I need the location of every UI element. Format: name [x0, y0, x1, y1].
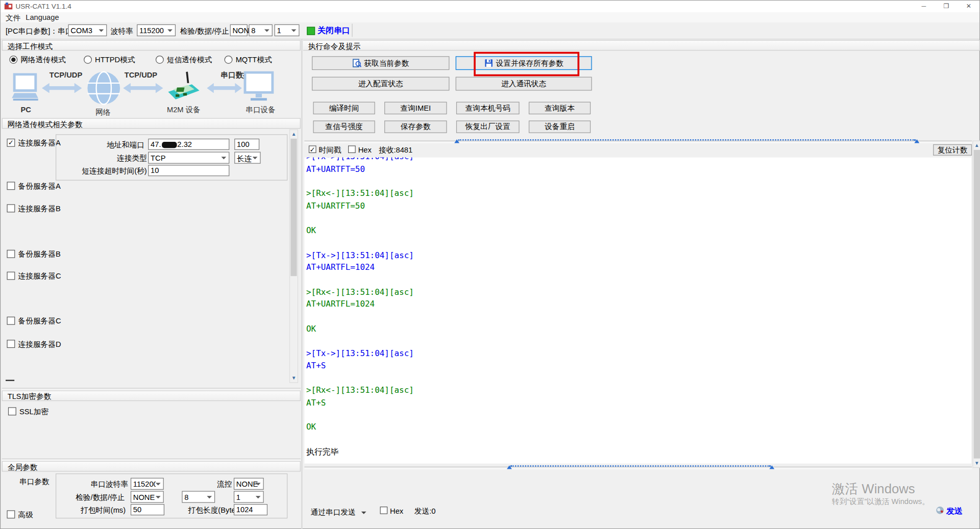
log-area[interactable]: >[Tx->][13:51:04][asc]AT+UARTFT=50 >[Rx<…: [304, 158, 971, 464]
log-line: AT+S: [306, 360, 971, 372]
g-flow-label: 流控: [217, 480, 232, 488]
top-trackbar[interactable]: [304, 139, 972, 144]
activate-windows-text: 激活 Windows: [832, 481, 915, 498]
scroll-up-icon[interactable]: ▲: [973, 141, 980, 149]
close-button[interactable]: ✕: [960, 1, 978, 12]
checkbox-backupC[interactable]: [7, 317, 15, 325]
reset-count-button[interactable]: 复位计数: [933, 144, 972, 156]
checkbox-ssl-label[interactable]: SSL加密: [19, 407, 48, 416]
serial-device-icon: [243, 71, 274, 103]
radio-httpd-label[interactable]: HTTPD模式: [95, 56, 135, 64]
checkbox-backupC-label[interactable]: 备份服务器C: [18, 317, 61, 325]
checkbox-backupB[interactable]: [7, 250, 15, 258]
scroll-up-icon[interactable]: ▲: [290, 130, 298, 138]
close-port-button[interactable]: 关闭串口: [317, 26, 350, 35]
g-baud-select[interactable]: 115200: [131, 478, 164, 490]
params-scrollbar[interactable]: ▲ ▼: [289, 129, 298, 383]
menu-language[interactable]: Language: [26, 13, 59, 22]
g-parity-select[interactable]: NONE: [131, 491, 164, 502]
set-save-params-button[interactable]: 设置并保存所有参数: [456, 56, 592, 70]
query-version-button[interactable]: 查询版本: [529, 102, 591, 114]
timeout-input[interactable]: 10: [148, 165, 229, 176]
checkbox-serverD[interactable]: [7, 340, 15, 348]
g-packtime-input[interactable]: 50: [131, 504, 164, 515]
net-label: 网络: [95, 108, 110, 117]
keepalive-select[interactable]: 长连: [234, 152, 260, 164]
track-line: [304, 141, 972, 143]
radio-httpd[interactable]: [84, 56, 92, 64]
log-line: [306, 212, 971, 224]
maximize-button[interactable]: ❐: [937, 1, 956, 12]
checkbox-serverB-label[interactable]: 连接服务器B: [18, 204, 61, 213]
tx-hex-label[interactable]: Hex: [390, 507, 403, 515]
checkbox-serverC-label[interactable]: 连接服务器C: [18, 272, 61, 281]
track-handle-right[interactable]: [769, 465, 774, 469]
radio-mqtt-label[interactable]: MQTT模式: [236, 56, 272, 64]
g-stopbits-select[interactable]: 1: [234, 491, 264, 502]
send-button[interactable]: 发送: [946, 507, 963, 515]
g-flow-select[interactable]: NONE: [234, 478, 264, 490]
radio-sms[interactable]: [156, 56, 164, 64]
minimize-button[interactable]: ─: [914, 1, 933, 12]
address-input[interactable]: 47.2.32: [148, 139, 229, 150]
radio-mqtt[interactable]: [225, 56, 233, 64]
save-params-button[interactable]: 保存参数: [384, 120, 447, 133]
rx-hex-label[interactable]: Hex: [358, 145, 372, 154]
checkbox-serverD-label[interactable]: 连接服务器D: [18, 340, 61, 348]
checkbox-backupA[interactable]: [7, 182, 15, 190]
checkbox-advanced-label[interactable]: 高级: [18, 510, 33, 519]
scroll-thumb[interactable]: [290, 139, 297, 276]
timestamp-label[interactable]: 时间戳: [318, 145, 341, 154]
checkbox-serverA[interactable]: ✓: [7, 139, 15, 147]
stopbits-select[interactable]: 1: [275, 24, 300, 36]
g-packlen-input[interactable]: 1024: [234, 504, 267, 515]
checkbox-timestamp[interactable]: ✓: [309, 145, 316, 153]
app-window: USR-CAT1 V1.1.4 ─ ❐ ✕ 文件 Language [PC串口参…: [0, 0, 980, 529]
radio-net-transparent[interactable]: [9, 56, 17, 64]
query-imei-button[interactable]: 查询IMEI: [384, 102, 447, 114]
baud-label: 波特率: [111, 27, 133, 36]
g-parity-label: 检验/数据/停止: [76, 493, 125, 501]
checkbox-backupA-label[interactable]: 备份服务器A: [18, 182, 61, 190]
log-line: [306, 372, 971, 384]
bottom-trackbar[interactable]: [304, 465, 972, 470]
scroll-down-icon[interactable]: ▼: [290, 374, 298, 382]
checkbox-rx-hex[interactable]: [348, 145, 356, 153]
conn-type-select[interactable]: TCP: [148, 152, 229, 164]
log-scrollbar[interactable]: ▲ ▼: [972, 141, 980, 468]
query-number-button[interactable]: 查询本机号码: [456, 102, 520, 114]
baud-select[interactable]: 115200: [137, 24, 176, 36]
track-line: [304, 467, 972, 469]
checkbox-serverC[interactable]: [7, 272, 15, 280]
checkbox-advanced[interactable]: [7, 510, 15, 518]
checkbox-serverA-label[interactable]: 连接服务器A: [18, 139, 61, 147]
com-port-select[interactable]: COM3: [68, 24, 107, 36]
device-restart-button[interactable]: 设备重启: [529, 120, 591, 133]
track-handle-left[interactable]: [454, 139, 459, 143]
radio-net-transparent-label[interactable]: 网络透传模式: [20, 56, 65, 64]
checkbox-serverB[interactable]: [7, 204, 15, 212]
checkbox-backupB-label[interactable]: 备份服务器B: [18, 250, 61, 259]
checkbox-tx-hex[interactable]: [380, 507, 387, 514]
checkbox-ssl[interactable]: [8, 407, 16, 415]
g-databits-select[interactable]: 8: [182, 491, 215, 502]
query-signal-button[interactable]: 查信号强度: [313, 120, 375, 133]
factory-reset-button[interactable]: 恢复出厂设置: [456, 120, 520, 133]
scroll-thumb[interactable]: [974, 150, 980, 459]
databits-select[interactable]: 8: [249, 24, 273, 36]
get-params-button[interactable]: 获取当前参数: [312, 56, 449, 70]
track-handle-right[interactable]: [914, 139, 919, 143]
enter-config-button[interactable]: 进入配置状态: [312, 77, 449, 91]
main-splitter[interactable]: [301, 39, 302, 529]
chevron-down-icon: [361, 512, 366, 514]
parity-select[interactable]: NONI: [230, 24, 248, 36]
compile-time-button[interactable]: 编译时间: [313, 102, 375, 114]
port-open-indicator: [307, 27, 315, 35]
track-handle-left[interactable]: [507, 465, 512, 469]
log-line: AT+UARTFL=1024: [306, 261, 971, 273]
radio-sms-label[interactable]: 短信透传模式: [167, 56, 212, 64]
send-mode-dropdown[interactable]: 通过串口发送: [311, 508, 366, 517]
enter-comm-button[interactable]: 进入通讯状态: [456, 77, 592, 91]
port-input[interactable]: 100: [234, 139, 259, 150]
scroll-down-icon[interactable]: ▼: [973, 459, 980, 467]
